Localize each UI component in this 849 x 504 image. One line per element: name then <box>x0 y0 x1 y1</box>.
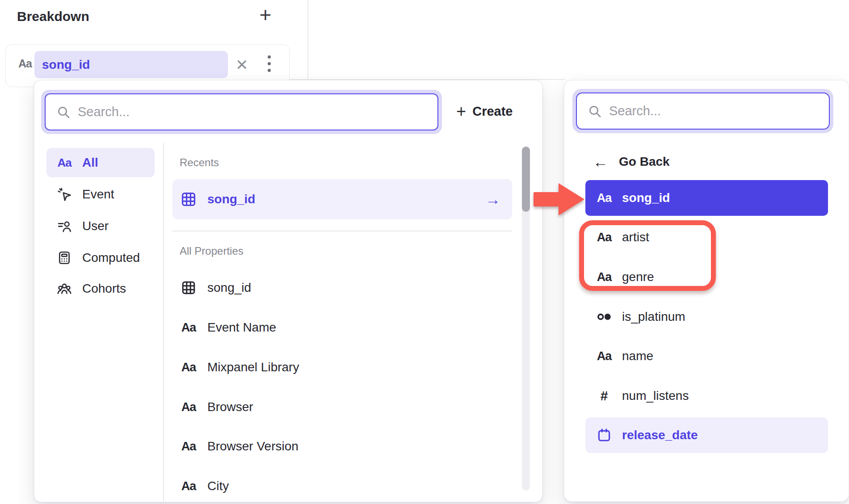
Aa-icon: Aa <box>597 349 612 363</box>
annotation-arrow-icon <box>534 183 586 215</box>
value-label: song_id <box>622 191 670 205</box>
go-back-label: Go Back <box>619 155 670 169</box>
boolean-icon <box>596 309 612 325</box>
chip-value: song_id <box>42 51 90 78</box>
back-arrow-icon: ← <box>593 153 608 171</box>
scrollbar-thumb[interactable] <box>522 147 530 212</box>
recent-item-label: song_id <box>207 192 255 206</box>
property-label: Browser <box>207 400 253 414</box>
Aa-icon: Aa <box>181 400 196 414</box>
value-row-is-platinum[interactable]: is_platinum <box>585 299 828 335</box>
property-type-icon: Aa <box>18 57 32 70</box>
search-input[interactable]: Search... <box>45 93 438 130</box>
property-row-event-name[interactable]: Aa Event Name <box>172 308 512 347</box>
property-label: City <box>207 479 229 493</box>
page-title: Breakdown <box>17 9 89 24</box>
property-label: song_id <box>207 281 251 295</box>
value-label: name <box>622 349 653 363</box>
drill-in-arrow-icon: → <box>485 191 500 208</box>
category-label: All <box>82 155 98 170</box>
search-focus-ring: Search... <box>572 89 833 133</box>
property-row-city[interactable]: Aa City <box>172 466 512 504</box>
search-focus-ring: Search... <box>41 90 442 134</box>
number-icon: # <box>601 388 608 403</box>
Aa-icon: Aa <box>181 361 196 374</box>
value-label: is_platinum <box>622 310 685 324</box>
Aa-icon: Aa <box>181 440 196 454</box>
value-label: num_listens <box>622 389 689 403</box>
event-cursor-icon <box>57 187 72 202</box>
remove-chip-icon[interactable]: ✕ <box>235 56 248 74</box>
calendar-icon <box>597 428 612 443</box>
grid-table-icon <box>181 280 197 296</box>
grid-table-icon <box>180 191 197 208</box>
property-picker-panel: Search... + Create Aa All Event <box>34 80 542 502</box>
category-label: Event <box>82 187 114 202</box>
column-divider <box>163 143 164 502</box>
value-row-song-id[interactable]: Aa song_id <box>585 180 828 216</box>
property-label: Event Name <box>207 320 276 335</box>
category-label: Cohorts <box>82 281 126 296</box>
create-label: Create <box>472 104 513 119</box>
section-divider <box>172 231 512 231</box>
Aa-icon: Aa <box>181 321 196 335</box>
Aa-icon: Aa <box>57 156 71 170</box>
search-input[interactable]: Search... <box>576 92 830 130</box>
category-cohorts[interactable]: Cohorts <box>46 274 155 303</box>
search-icon <box>56 105 71 119</box>
value-label: release_date <box>622 428 698 442</box>
property-label: Browser Version <box>207 439 298 454</box>
property-row-mixpanel-library[interactable]: Aa Mixpanel Library <box>172 348 512 387</box>
property-label: Mixpanel Library <box>207 360 299 374</box>
category-computed[interactable]: Computed <box>46 243 155 273</box>
recent-item-song-id[interactable]: song_id → <box>172 179 512 219</box>
Aa-icon: Aa <box>181 479 196 493</box>
plus-icon: + <box>456 102 466 121</box>
property-row-song-id[interactable]: song_id <box>172 268 512 307</box>
property-row-browser-version[interactable]: Aa Browser Version <box>172 427 512 466</box>
add-breakdown-button[interactable]: + <box>254 3 277 27</box>
chip-value-pill[interactable]: song_id <box>34 51 228 78</box>
calculator-icon <box>57 250 72 265</box>
create-button[interactable]: + Create <box>456 99 513 123</box>
recents-heading: Recents <box>180 156 219 169</box>
category-event[interactable]: Event <box>46 180 155 209</box>
cohorts-icon <box>57 281 72 296</box>
category-all[interactable]: Aa All <box>46 148 155 177</box>
user-icon <box>57 218 72 234</box>
search-placeholder: Search... <box>609 104 661 118</box>
go-back-button[interactable]: ← Go Back <box>593 150 670 173</box>
category-label: User <box>82 219 109 233</box>
value-row-release-date[interactable]: release_date <box>585 417 828 453</box>
property-row-browser[interactable]: Aa Browser <box>172 387 512 427</box>
Aa-icon: Aa <box>597 191 612 205</box>
annotation-highlight-box <box>579 220 716 291</box>
category-user[interactable]: User <box>46 211 155 241</box>
search-icon <box>588 104 602 118</box>
chip-more-options-icon[interactable] <box>268 55 271 72</box>
value-row-num-listens[interactable]: # num_listens <box>585 378 828 414</box>
panel-edge-vertical <box>307 0 308 80</box>
all-properties-heading: All Properties <box>180 245 244 257</box>
value-row-name[interactable]: Aa name <box>585 338 828 374</box>
value-picker-panel: Search... ← Go Back Aa song_id Aa artist… <box>564 80 849 502</box>
screenshot-root: Breakdown + Aa song_id ✕ Search... + Cre… <box>0 0 849 504</box>
category-label: Computed <box>82 251 140 265</box>
search-placeholder: Search... <box>78 105 130 119</box>
